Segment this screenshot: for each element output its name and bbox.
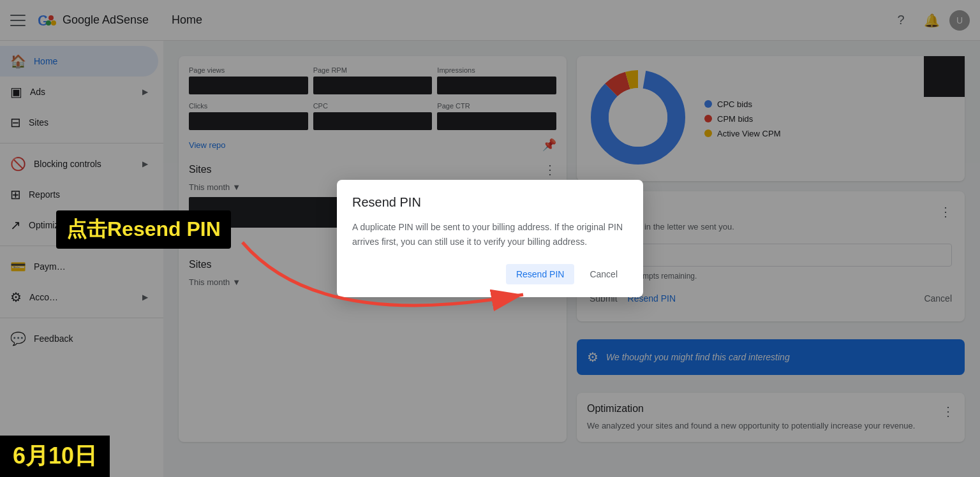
modal-cancel-button[interactable]: Cancel <box>579 264 628 284</box>
modal-actions: Resend PIN Cancel <box>352 264 628 284</box>
modal-overlay: Resend PIN A duplicate PIN will be sent … <box>0 0 980 477</box>
modal-title: Resend PIN <box>352 195 628 210</box>
resend-pin-modal: Resend PIN A duplicate PIN will be sent … <box>337 180 643 297</box>
modal-resend-button[interactable]: Resend PIN <box>506 264 574 284</box>
modal-body: A duplicate PIN will be sent to your bil… <box>352 220 628 249</box>
